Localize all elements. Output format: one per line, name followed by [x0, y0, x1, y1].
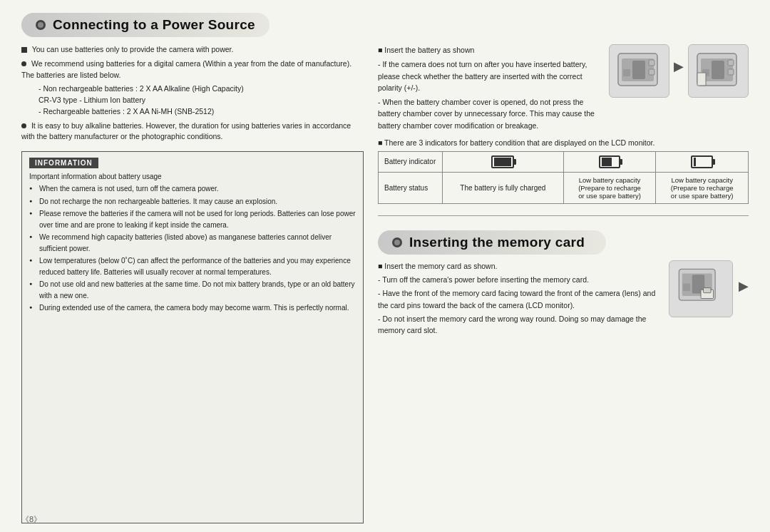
left-column: You can use batteries only to provide th…: [21, 44, 364, 523]
circle-bullet: [21, 61, 26, 66]
svg-rect-10: [728, 60, 734, 66]
info-item-2: Do not recharge the non rechargeable bat…: [29, 196, 356, 208]
insert-bullet-2: - Have the front of the memory card faci…: [378, 287, 657, 311]
svg-rect-16: [683, 284, 691, 292]
section2-header: Inserting the memory card: [378, 230, 606, 255]
battery-status-low1: Low battery capacity(Prepare to recharge…: [563, 172, 656, 203]
section1-header: Connecting to a Power Source: [21, 13, 270, 37]
insert-bullet-3: - Do not insert the memory card the wron…: [378, 313, 657, 337]
svg-rect-2: [632, 61, 645, 79]
section2-bullet: [392, 237, 402, 247]
info-item-1: When the camera is not used, turn off th…: [29, 183, 356, 195]
camera-image-1: [609, 44, 669, 98]
camera-images-top: ▶: [609, 44, 749, 131]
section2-title: Inserting the memory card: [409, 235, 585, 250]
camera-image-2: [688, 44, 749, 98]
svg-rect-5: [649, 69, 654, 75]
section1-bullet: [36, 20, 46, 30]
info-item-4: We recommend high capacity batteries (li…: [29, 232, 356, 254]
insert-bullet-1: - Turn off the camera's power before ins…: [378, 274, 657, 285]
inserting-images: ▶: [669, 260, 749, 337]
svg-rect-8: [712, 61, 724, 79]
battery-indicator-label: Battery indicator: [379, 151, 443, 172]
battery-table: Battery indicator: [378, 151, 749, 204]
inserting-text: ■ Insert the memory card as shown. - Tur…: [378, 260, 657, 337]
battery-icon-full-cell: [443, 151, 564, 172]
battery-status-full: The battery is fully charged: [443, 172, 564, 203]
right-column: ■ Insert the battery as shown - If the c…: [378, 44, 749, 523]
left-top-text: You can use batteries only to provide th…: [21, 44, 364, 145]
info-list: When the camera is not used, turn off th…: [29, 183, 356, 314]
information-box: INFORMATION Important information about …: [21, 151, 364, 523]
right-top: ■ Insert the battery as shown - If the c…: [378, 44, 749, 131]
memory-card-image: [669, 260, 733, 317]
bullet-battery-chamber: - When the battery chamber cover is open…: [378, 96, 599, 131]
inserting-content: ■ Insert the memory card as shown. - Tur…: [378, 260, 749, 337]
info-item-5: Low temperatures (below 0˚C) can affect …: [29, 255, 356, 277]
camera-arrow-1: ▶: [674, 44, 684, 74]
svg-rect-12: [697, 73, 706, 86]
square-bullet: [21, 47, 27, 53]
info-item-7: During extended use of the camera, the c…: [29, 302, 356, 314]
bullet-you-can-use: You can use batteries only to provide th…: [21, 44, 364, 56]
battery-status-label: Battery status: [379, 172, 443, 203]
main-content: You can use batteries only to provide th…: [21, 44, 749, 523]
circle-bullet-2: [21, 123, 26, 128]
svg-rect-11: [728, 69, 734, 75]
right-top-text: ■ Insert the battery as shown - If the c…: [378, 44, 599, 131]
info-item-3: Please remove the batteries if the camer…: [29, 208, 356, 230]
bullet-easy-buy: It is easy to buy alkaline batteries. Ho…: [21, 121, 364, 143]
memory-arrow: ▶: [739, 260, 749, 294]
insert-battery-note: ■ Insert the battery as shown: [378, 44, 599, 56]
battery-table-row-status: Battery status The battery is fully char…: [379, 172, 749, 203]
svg-rect-4: [649, 60, 654, 66]
page-number: 《8》: [21, 514, 41, 525]
battery-section: ■ There are 3 indicators for battery con…: [378, 138, 749, 204]
svg-rect-18: [704, 288, 712, 293]
battery-icon-half-cell: [563, 151, 656, 172]
info-header: INFORMATION: [29, 158, 98, 168]
insert-card-note: ■ Insert the memory card as shown.: [378, 260, 657, 272]
svg-rect-3: [623, 69, 630, 76]
page: Connecting to a Power Source You can use…: [0, 0, 770, 532]
bullet-camera-no-turn: - If the camera does not turn on after y…: [378, 58, 599, 93]
battery-icon-empty-cell: [656, 151, 749, 172]
info-item-6: Do not use old and new batteries at the …: [29, 279, 356, 301]
divider: [378, 215, 749, 216]
battery-note: ■ There are 3 indicators for battery con…: [378, 138, 749, 147]
bullet-we-recommend: We recommend using batteries for a digit…: [21, 58, 364, 81]
battery-table-row-header: Battery indicator: [379, 151, 749, 172]
battery-list: - Non rechargeable batteries : 2 X AA Al…: [21, 83, 364, 117]
battery-status-low2: Low battery capacity(Prepare to recharge…: [656, 172, 749, 203]
info-intro: Important information about battery usag…: [29, 173, 356, 180]
section1-title: Connecting to a Power Source: [53, 17, 255, 33]
section2: Inserting the memory card ■ Insert the m…: [378, 230, 749, 337]
